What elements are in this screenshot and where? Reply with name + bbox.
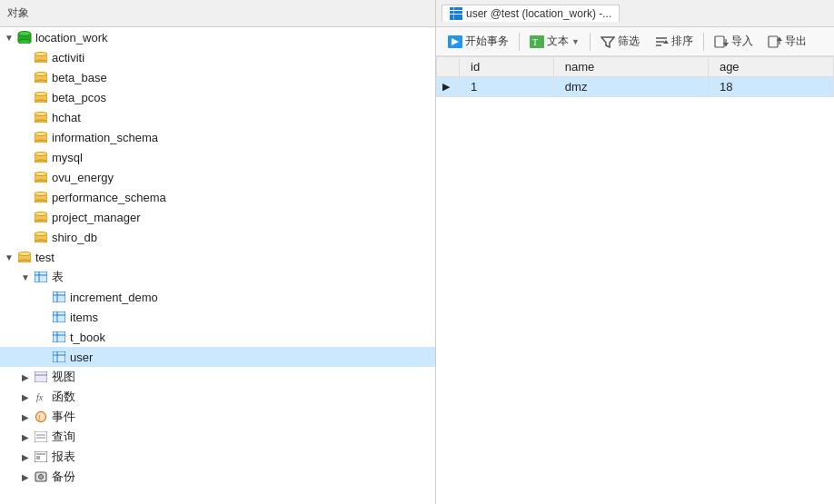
sidebar-item-db-project_manager[interactable]: project_manager <box>0 207 435 227</box>
sidebar-item-db-hchat[interactable]: hchat <box>0 107 435 127</box>
other-groups: ▶ 视图 ▶ fx 函数 ▶ ! 事件 ▶ 查询 ▶ 报表 ▶ 备份 <box>0 367 435 487</box>
col-header-name[interactable]: name <box>553 57 708 77</box>
row-indicator: ▶ <box>437 77 460 97</box>
svg-rect-51 <box>35 371 47 382</box>
toolbar: 开始事务 T 文本 ▼ 筛选 <box>436 27 834 56</box>
group-toggle[interactable]: ▶ <box>18 372 33 382</box>
import-icon <box>714 35 729 48</box>
group-toggle[interactable]: ▶ <box>18 392 33 402</box>
db-icon <box>33 231 49 243</box>
export-button[interactable]: 导出 <box>761 31 813 52</box>
col-header-id[interactable]: id <box>460 57 554 77</box>
db-label: ovu_energy <box>52 171 114 184</box>
sidebar-item-table-user[interactable]: user <box>0 347 435 367</box>
filter-button[interactable]: 筛选 <box>594 31 646 52</box>
table-label: t_book <box>70 331 105 344</box>
data-grid[interactable]: id name age ▶ 1 dmz 18 <box>436 56 834 504</box>
begin-transaction-button[interactable]: 开始事务 <box>442 31 515 52</box>
svg-point-14 <box>35 120 47 123</box>
sidebar-item-db-beta_pcos[interactable]: beta_pcos <box>0 87 435 107</box>
table-icon <box>51 291 67 303</box>
svg-point-29 <box>35 220 47 222</box>
db-label: project_manager <box>52 211 141 224</box>
filter-icon <box>601 35 615 48</box>
right-panel: 开始事务 T 文本 ▼ 筛选 <box>436 27 834 504</box>
sidebar-item-table-t_book[interactable]: t_book <box>0 327 435 347</box>
sidebar-item-db-mysql[interactable]: mysql <box>0 147 435 167</box>
table-tab-label: user @test (location_work) -... <box>466 7 611 20</box>
table-body: ▶ 1 dmz 18 <box>437 77 834 97</box>
group-label: 报表 <box>52 449 75 465</box>
group-toggle[interactable]: ▶ <box>18 452 33 462</box>
sidebar-item-db-activiti[interactable]: activiti <box>0 47 435 67</box>
tables-group-label: 表 <box>52 269 64 285</box>
table-icon <box>51 351 67 363</box>
table-tab[interactable]: user @test (location_work) -... <box>442 5 620 22</box>
tables-list: increment_demo items t_book <box>0 287 435 367</box>
connection-icon <box>16 31 33 44</box>
cell-age: 18 <box>708 77 833 97</box>
db-icon <box>33 131 49 143</box>
sidebar-item-db-beta_base[interactable]: beta_base <box>0 67 435 87</box>
table-tab-area[interactable]: user @test (location_work) -... <box>436 0 834 26</box>
object-panel-label: 对象 <box>0 0 436 26</box>
db-icon <box>33 51 49 64</box>
svg-text:fx: fx <box>36 392 44 402</box>
col-header-age[interactable]: age <box>708 57 833 77</box>
sidebar-item-group-视图[interactable]: ▶ 视图 <box>0 367 435 387</box>
svg-point-10 <box>35 93 47 96</box>
sidebar-item-test-db[interactable]: ▼ test <box>0 247 435 267</box>
sidebar-item-table-increment_demo[interactable]: increment_demo <box>0 287 435 307</box>
svg-text:T: T <box>532 37 538 47</box>
group-label: 函数 <box>52 389 75 405</box>
test-db-icon <box>16 251 33 263</box>
svg-point-26 <box>35 200 47 203</box>
db-label: shiro_db <box>52 231 97 244</box>
svg-point-35 <box>18 260 31 262</box>
sidebar-item-table-items[interactable]: items <box>0 307 435 327</box>
sidebar-item-group-事件[interactable]: ▶ ! 事件 <box>0 407 435 427</box>
toolbar-divider-2 <box>590 33 591 51</box>
connection-toggle[interactable]: ▼ <box>2 33 16 43</box>
export-icon <box>768 35 782 48</box>
export-label: 导出 <box>785 34 807 49</box>
test-db-toggle[interactable]: ▼ <box>2 252 16 262</box>
sidebar-item-tables-group[interactable]: ▼ 表 <box>0 267 435 287</box>
db-icon <box>33 191 49 203</box>
begin-icon <box>448 35 462 48</box>
sidebar-item-group-函数[interactable]: ▶ fx 函数 <box>0 387 435 407</box>
sidebar-item-db-information_schema[interactable]: information_schema <box>0 127 435 147</box>
import-button[interactable]: 导入 <box>708 31 760 52</box>
sidebar-item-db-ovu_energy[interactable]: ovu_energy <box>0 167 435 187</box>
svg-rect-36 <box>35 272 47 282</box>
toolbar-divider-3 <box>703 33 704 51</box>
sort-button[interactable]: 排序 <box>648 31 700 52</box>
sidebar-item-group-报表[interactable]: ▶ 报表 <box>0 447 435 467</box>
sidebar-item-connection[interactable]: ▼ location_work <box>0 27 435 47</box>
sidebar-item-db-shiro_db[interactable]: shiro_db <box>0 227 435 247</box>
group-toggle[interactable]: ▶ <box>18 432 33 442</box>
tables-toggle[interactable]: ▼ <box>18 272 33 282</box>
text-button[interactable]: T 文本 ▼ <box>523 31 586 52</box>
table-icon <box>51 311 67 323</box>
table-row[interactable]: ▶ 1 dmz 18 <box>437 77 834 97</box>
sidebar-item-db-performance_schema[interactable]: performance_schema <box>0 187 435 207</box>
db-label: information_schema <box>52 131 158 144</box>
svg-point-22 <box>35 173 47 176</box>
group-toggle[interactable]: ▶ <box>18 472 33 482</box>
data-table: id name age ▶ 1 dmz 18 <box>436 56 834 97</box>
svg-point-4 <box>35 53 47 56</box>
import-label: 导入 <box>731 34 753 49</box>
cell-id: 1 <box>460 77 554 97</box>
sidebar-item-group-备份[interactable]: ▶ 备份 <box>0 467 435 487</box>
text-dropdown-arrow: ▼ <box>571 37 580 46</box>
tables-icon <box>33 271 49 283</box>
sidebar-item-group-查询[interactable]: ▶ 查询 <box>0 427 435 447</box>
db-label: mysql <box>52 151 83 164</box>
group-toggle[interactable]: ▶ <box>18 412 33 422</box>
svg-point-13 <box>35 113 47 116</box>
db-icon <box>33 171 49 183</box>
svg-point-20 <box>35 160 47 163</box>
svg-rect-42 <box>53 311 65 322</box>
db-icon <box>33 71 49 84</box>
